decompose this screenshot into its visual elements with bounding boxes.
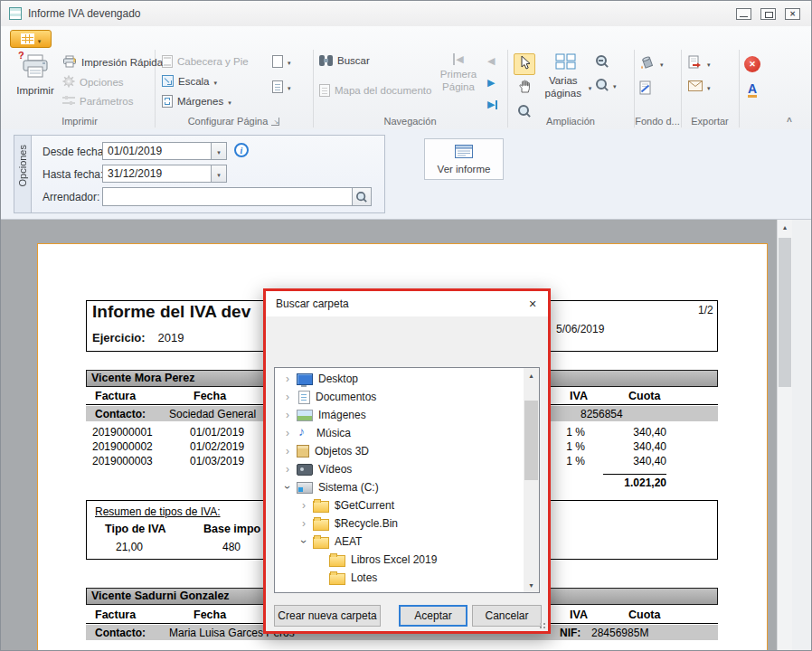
tree-item[interactable]: Libros Excel 2019 bbox=[275, 551, 524, 569]
watermark-page-button[interactable] bbox=[639, 80, 652, 97]
dialog-title-bar[interactable]: Buscar carpeta bbox=[266, 291, 548, 316]
tree-item-label: $Recycle.Bin bbox=[335, 517, 398, 530]
right-strip bbox=[792, 220, 812, 651]
resumen-col-base: Base impo bbox=[203, 523, 260, 535]
tree-item[interactable]: $Recycle.Bin bbox=[275, 514, 524, 533]
watermark-text-button[interactable]: A bbox=[748, 82, 757, 98]
quick-print-button[interactable]: Impresión Rápida bbox=[62, 55, 163, 70]
send-email-button[interactable] bbox=[688, 80, 711, 93]
orientation-button[interactable] bbox=[272, 55, 291, 68]
paper-size-button[interactable] bbox=[272, 80, 291, 93]
window-title: Informe IVA devengado bbox=[28, 1, 141, 26]
folder-icon bbox=[329, 555, 345, 567]
report-title: Informe del IVA dev bbox=[92, 302, 250, 322]
scrollbar-thumb[interactable] bbox=[779, 238, 791, 387]
desde-fecha-input[interactable]: 01/01/2019 bbox=[102, 142, 227, 160]
dialog-title: Buscar carpeta bbox=[276, 291, 349, 316]
tree-item[interactable]: AEAT bbox=[275, 533, 524, 551]
expand-chevron-icon[interactable] bbox=[280, 373, 295, 385]
resumen-tipo-value: 21,00 bbox=[116, 541, 143, 553]
zoom-out-button[interactable] bbox=[596, 55, 609, 68]
col-cuota: Cuota bbox=[628, 609, 660, 621]
ver-informe-button[interactable]: Ver informe bbox=[424, 138, 504, 180]
tree-item[interactable]: Sistema (C:) bbox=[275, 478, 524, 496]
desde-fecha-dropdown-button[interactable] bbox=[211, 143, 226, 159]
documents-icon bbox=[298, 391, 310, 404]
scroll-up-arrow-icon[interactable] bbox=[778, 220, 792, 235]
options-tab[interactable]: Opciones bbox=[14, 135, 32, 213]
title-bar[interactable]: Informe IVA devengado bbox=[1, 1, 811, 26]
expand-chevron-icon[interactable] bbox=[297, 499, 311, 512]
print-options-label: Opciones bbox=[80, 77, 124, 88]
tree-item-label: Sistema (C:) bbox=[318, 481, 379, 494]
margins-button[interactable]: Márgenes bbox=[162, 95, 231, 108]
header-footer-icon bbox=[162, 55, 173, 68]
dialog-launcher-icon[interactable] bbox=[271, 118, 279, 126]
scrollbar-thumb[interactable] bbox=[524, 401, 538, 480]
background-color-button[interactable] bbox=[639, 55, 664, 71]
search-button[interactable]: Buscar bbox=[319, 55, 370, 66]
quick-print-icon bbox=[62, 55, 77, 70]
expand-chevron-icon[interactable] bbox=[280, 481, 295, 494]
export-document-button[interactable] bbox=[688, 55, 711, 71]
expand-chevron-icon[interactable] bbox=[280, 409, 295, 421]
close-button[interactable] bbox=[785, 8, 800, 20]
application-menu-button[interactable] bbox=[10, 30, 52, 48]
hasta-fecha-dropdown-button[interactable] bbox=[211, 165, 226, 182]
scale-button[interactable]: Escala bbox=[162, 75, 217, 87]
pointer-tool-button[interactable] bbox=[514, 53, 535, 75]
document-map-icon bbox=[319, 84, 330, 97]
tree-item[interactable]: Vídeos bbox=[275, 460, 524, 478]
multiple-pages-label: Varias páginas bbox=[541, 74, 586, 100]
arrendador-value bbox=[103, 188, 352, 205]
multiple-pages-button[interactable]: Varias páginas bbox=[542, 53, 590, 100]
new-folder-button[interactable]: Crear nueva carpeta bbox=[274, 605, 381, 627]
group-label-imprimir: Imprimir bbox=[5, 115, 155, 127]
expand-chevron-icon[interactable] bbox=[280, 463, 295, 476]
group-label-ampliacion: Ampliación bbox=[507, 115, 634, 127]
chevron-down-icon bbox=[228, 96, 231, 107]
dialog-close-button[interactable] bbox=[517, 291, 548, 316]
arrendador-input[interactable] bbox=[102, 187, 372, 206]
expand-chevron-icon[interactable] bbox=[297, 517, 311, 530]
info-icon[interactable]: i bbox=[234, 143, 249, 157]
arrendador-search-button[interactable] bbox=[352, 188, 371, 205]
cancel-button[interactable]: Cancelar bbox=[472, 605, 542, 627]
nif-fragment: 8256854 bbox=[581, 408, 623, 420]
close-preview-button[interactable] bbox=[744, 56, 760, 72]
hand-tool-button[interactable] bbox=[514, 77, 535, 99]
expand-chevron-icon[interactable] bbox=[297, 535, 311, 548]
tree-item[interactable]: Música bbox=[275, 424, 524, 442]
chevron-down-icon bbox=[613, 80, 617, 90]
expand-chevron-icon[interactable] bbox=[280, 427, 295, 439]
last-page-button[interactable] bbox=[487, 99, 497, 110]
scroll-down-arrow-icon[interactable] bbox=[524, 578, 539, 592]
tree-item-label: Libros Excel 2019 bbox=[351, 553, 437, 566]
expand-chevron-icon[interactable] bbox=[280, 391, 295, 403]
tree-item[interactable]: Lotes bbox=[275, 569, 524, 587]
print-button[interactable]: ? Imprimir bbox=[12, 53, 59, 96]
hasta-fecha-input[interactable]: 31/12/2019 bbox=[102, 165, 227, 183]
invoice-date: 01/02/2019 bbox=[190, 440, 244, 453]
minimize-button[interactable] bbox=[736, 8, 751, 20]
watermark-icon bbox=[639, 80, 652, 97]
resize-grip[interactable] bbox=[537, 620, 546, 629]
zoom-dropdown-button[interactable] bbox=[596, 79, 617, 91]
maximize-button[interactable] bbox=[760, 8, 776, 20]
next-page-button[interactable] bbox=[487, 77, 495, 89]
tree-item[interactable]: Objetos 3D bbox=[275, 442, 524, 460]
group-separator bbox=[739, 50, 740, 127]
tree-item[interactable]: Imágenes bbox=[275, 406, 524, 424]
collapse-ribbon-button[interactable] bbox=[780, 117, 798, 129]
tree-item[interactable]: $GetCurrent bbox=[275, 496, 524, 514]
scroll-up-arrow-icon[interactable] bbox=[524, 368, 539, 382]
tree-item[interactable]: Documentos bbox=[275, 388, 524, 406]
preview-scrollbar[interactable] bbox=[777, 220, 792, 651]
contacto-label: Contacto: bbox=[95, 408, 146, 420]
invoice-cuota: 340,40 bbox=[603, 426, 666, 439]
tree-item[interactable]: Desktop bbox=[275, 370, 524, 388]
accept-button[interactable]: Aceptar bbox=[399, 605, 467, 627]
tree-scrollbar[interactable] bbox=[524, 368, 539, 592]
tree-item-label: AEAT bbox=[335, 535, 362, 548]
expand-chevron-icon[interactable] bbox=[280, 445, 295, 458]
